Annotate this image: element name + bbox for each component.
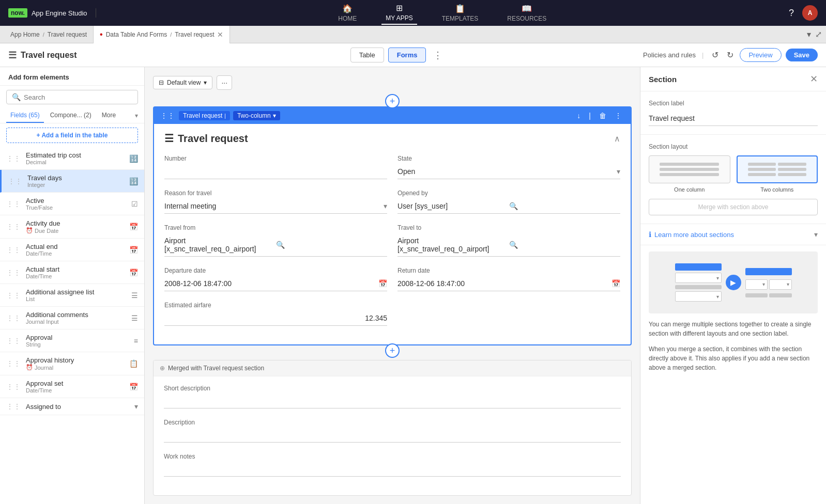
drag-handle-icon: ⋮⋮	[6, 359, 21, 368]
list-item[interactable]: ⋮⋮ Approval set Date/Time 📅	[0, 375, 144, 398]
travel-from-field: Travel from Airport [x_snc_travel_req_0_…	[164, 224, 387, 257]
nav-myapps[interactable]: ⊞ MY APPS	[381, 1, 417, 25]
section-delete-btn[interactable]: 🗑	[596, 111, 609, 121]
short-description-input[interactable]	[164, 394, 621, 408]
tabs-more-btn[interactable]: ▾	[135, 112, 138, 119]
list-item[interactable]: ⋮⋮ Active True/False ☑	[0, 193, 144, 215]
list-item[interactable]: ⋮⋮ Activity due ⏰ Due Date 📅	[0, 215, 144, 239]
page-title-area: ☰ Travel request	[8, 50, 153, 61]
save-btn[interactable]: Save	[786, 49, 818, 61]
list-item[interactable]: ⋮⋮ Actual start Date/Time 📅	[0, 261, 144, 284]
description-input[interactable]	[164, 428, 621, 443]
section-more-btn[interactable]: ⋮	[612, 111, 624, 121]
two-column-badge[interactable]: Two-column ▾	[233, 111, 280, 120]
unsaved-dot: •	[100, 30, 103, 39]
tab-close-btn[interactable]: ✕	[217, 30, 223, 39]
list-item[interactable]: ⋮⋮ Approval String ≡	[0, 329, 144, 352]
search-icon[interactable]: 🔍	[509, 202, 621, 210]
form-section-title: ☰ Travel request	[164, 132, 248, 145]
left-panel: Add form elements 🔍 Fields (65) Compone.…	[0, 67, 145, 504]
main-layout: Add form elements 🔍 Fields (65) Compone.…	[0, 67, 826, 504]
merged-section-header: ⊕ Merged with Travel request section	[154, 360, 631, 376]
table-tab-btn[interactable]: Table	[350, 48, 384, 62]
airfare-value: 12.345	[164, 311, 387, 326]
learn-more-row[interactable]: ℹ Learn more about sections ▾	[649, 230, 818, 239]
one-column-option[interactable]: One column	[649, 155, 730, 193]
reason-dropdown-icon: ▾	[384, 202, 387, 210]
drag-handle-icon: ⋮⋮	[6, 291, 21, 300]
app-name: App Engine Studio	[32, 9, 87, 17]
travel-from-input[interactable]: Airport [x_snc_travel_req_0_airport] 🔍	[164, 233, 387, 257]
two-columns-option[interactable]: Two columns	[737, 155, 818, 193]
merged-section: ⊕ Merged with Travel request section Sho…	[153, 360, 632, 496]
travel-to-input[interactable]: Airport [x_snc_travel_req_0_airport] 🔍	[397, 233, 620, 257]
add-section-top-btn[interactable]: +	[385, 94, 400, 108]
opened-by-input[interactable]: User [sys_user] 🔍	[397, 199, 620, 214]
list-item[interactable]: ⋮⋮ Estimated trip cost Decimal 🔢	[0, 147, 144, 170]
merge-above-btn[interactable]: Merge with section above	[649, 199, 818, 215]
second-toolbar: ☰ Travel request Table Forms ⋮ Policies …	[0, 43, 826, 67]
fields-tab[interactable]: Fields (65)	[6, 108, 44, 123]
reason-select[interactable]: Internal meeting ▾	[164, 199, 387, 214]
return-input[interactable]: 2008-12-06 18:47:00 📅	[397, 276, 620, 291]
nav-resources[interactable]: 📖 RESOURCES	[503, 2, 550, 24]
section-label-input[interactable]	[649, 111, 818, 126]
field-info: Approval String	[26, 334, 130, 348]
form-collapse-btn[interactable]: ∧	[614, 134, 620, 144]
field-type-icon: 📅	[129, 269, 138, 277]
default-view-btn[interactable]: ⊟ Default view ▾	[153, 76, 212, 89]
search-icon[interactable]: 🔍	[276, 241, 388, 249]
avatar[interactable]: A	[802, 5, 818, 21]
more-tab[interactable]: More	[98, 108, 120, 123]
number-input[interactable]	[164, 164, 387, 179]
search-input[interactable]	[24, 93, 132, 101]
section-move-up-btn[interactable]: ↓	[574, 111, 583, 121]
forms-more-btn[interactable]: ⋮	[430, 49, 446, 62]
state-label: State	[397, 155, 620, 162]
form-section-header: ⋮⋮ Travel request | Two-column ▾ ↓ | 🗑 ⋮	[154, 107, 631, 124]
travel-to-field: Travel to Airport [x_snc_travel_req_0_ai…	[397, 224, 620, 257]
section-separator-btn: |	[586, 111, 593, 121]
toolbar-center: Table Forms ⋮	[153, 48, 643, 62]
tab-bar-right: ▾ ⤢	[807, 29, 822, 39]
airfare-empty	[397, 302, 620, 326]
work-notes-input[interactable]	[164, 462, 621, 477]
search-icon[interactable]: 🔍	[509, 241, 621, 249]
policies-link[interactable]: Policies and rules	[643, 51, 696, 59]
view-more-btn[interactable]: ···	[217, 75, 232, 90]
tab-dropdown-icon[interactable]: ▾	[807, 29, 811, 39]
list-item[interactable]: ⋮⋮ Travel days Integer 🔢	[0, 170, 144, 193]
field-info: Actual start Date/Time	[26, 265, 125, 279]
list-item[interactable]: ⋮⋮ Approval history ⏰ Journal 📋	[0, 352, 144, 375]
departure-input[interactable]: 2008-12-06 18:47:00 📅	[164, 276, 387, 291]
field-type-icon: 📅	[129, 383, 138, 391]
tab-expand-icon[interactable]: ⤢	[815, 29, 822, 39]
form-row-2: Reason for travel Internal meeting ▾ Ope…	[164, 190, 620, 214]
departure-label: Departure date	[164, 267, 387, 274]
right-panel-close-btn[interactable]: ✕	[810, 73, 818, 85]
forms-tab-btn[interactable]: Forms	[388, 48, 426, 62]
undo-btn[interactable]: ↺	[710, 48, 721, 62]
list-item[interactable]: ⋮⋮ Assigned to ▾	[0, 398, 144, 415]
add-section-middle-btn[interactable]: +	[385, 343, 400, 358]
return-label: Return date	[397, 267, 620, 274]
field-type-icon: 📅	[129, 223, 138, 231]
form-section: ⋮⋮ Travel request | Two-column ▾ ↓ | 🗑 ⋮	[153, 106, 632, 345]
list-item[interactable]: ⋮⋮ Additional assignee list List ☰	[0, 284, 144, 307]
view-icon: ⊟	[159, 79, 164, 86]
field-info: Additional assignee list List	[26, 288, 127, 302]
tab-apphome[interactable]: App Home / Travel request	[4, 26, 93, 43]
tab-datatable[interactable]: • Data Table And Forms / Travel request …	[93, 26, 230, 43]
add-field-btn[interactable]: + Add a field in the table	[6, 128, 138, 143]
airfare-field: Estimated airfare 12.345	[164, 302, 387, 326]
help-icon[interactable]: ?	[789, 8, 794, 19]
state-select[interactable]: Open ▾	[397, 164, 620, 179]
right-panel-header: Section ✕	[640, 67, 826, 91]
preview-btn[interactable]: Preview	[740, 48, 781, 62]
list-item[interactable]: ⋮⋮ Actual end Date/Time 📅	[0, 239, 144, 261]
redo-btn[interactable]: ↻	[725, 48, 736, 62]
components-tab[interactable]: Compone... (2)	[46, 108, 96, 123]
list-item[interactable]: ⋮⋮ Additional comments Journal Input ☰	[0, 307, 144, 329]
nav-home[interactable]: 🏠 HOME	[334, 2, 361, 24]
nav-templates[interactable]: 📋 TEMPLATES	[438, 2, 482, 24]
